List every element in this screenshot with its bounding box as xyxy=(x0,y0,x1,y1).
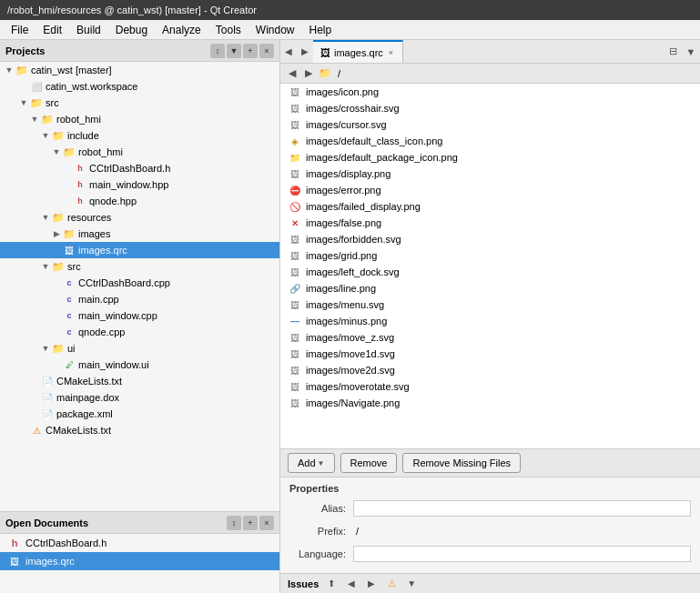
tree-item-qnode-cpp[interactable]: c qnode.cpp xyxy=(0,324,279,340)
issues-filter-btn[interactable]: ▼ xyxy=(404,577,419,591)
tab-images-qrc[interactable]: 🖼 images.qrc × xyxy=(313,40,403,63)
tree-item-catin-wst[interactable]: ▼ 📁 catin_wst [master] xyxy=(0,62,279,78)
expand-include[interactable]: ▼ xyxy=(40,131,51,140)
menu-file[interactable]: File xyxy=(4,22,36,38)
properties-title: Properties xyxy=(289,483,691,494)
tree-label: catin_wst [master] xyxy=(31,65,112,75)
file-item[interactable]: 🖼 images/menu.svg xyxy=(280,296,700,313)
tree-item-main-window-cpp[interactable]: c main_window.cpp xyxy=(0,307,279,324)
issues-prev-btn[interactable]: ◀ xyxy=(344,577,359,591)
add-panel-icon[interactable]: + xyxy=(243,44,258,58)
tab-menu-btn[interactable]: ▼ xyxy=(682,40,700,63)
file-item[interactable]: 🚫 images/failed_display.png xyxy=(280,198,700,215)
menu-build[interactable]: Build xyxy=(69,22,108,38)
file-item[interactable]: 🖼 images/crosshair.svg xyxy=(280,100,700,116)
tree-item-main-window-ui[interactable]: 🖊 main_window.ui xyxy=(0,357,279,373)
tree-item-robot-hmi-inc[interactable]: ▼ 📁 robot_hmi xyxy=(0,144,279,160)
file-item[interactable]: 🖼 images/moverotate.svg xyxy=(280,378,700,395)
expand-images[interactable]: ▶ xyxy=(51,229,62,238)
tree-item-ui[interactable]: ▼ 📁 ui xyxy=(0,340,279,357)
menu-debug[interactable]: Debug xyxy=(108,22,155,38)
issues-next-btn[interactable]: ▶ xyxy=(364,577,379,591)
menu-analyze[interactable]: Analyze xyxy=(155,22,208,38)
add-button[interactable]: Add ▼ xyxy=(288,453,335,473)
file-item[interactable]: 🖼 images/Navigate.png xyxy=(280,395,700,411)
tab-split-btn[interactable]: ⊟ xyxy=(664,40,682,63)
remove-button[interactable]: Remove xyxy=(340,453,398,473)
expand-robot-hmi-inc[interactable]: ▼ xyxy=(51,147,62,156)
file-item[interactable]: 🖼 images/move_z.svg xyxy=(280,329,700,346)
file-item[interactable]: ◈ images/default_class_icon.png xyxy=(280,133,700,149)
tab-nav-left[interactable]: ◀ xyxy=(280,40,297,63)
sync-icon[interactable]: ↕ xyxy=(210,44,225,58)
file-item[interactable]: 🖼 images/move2d.svg xyxy=(280,362,700,378)
add-doc-icon[interactable]: + xyxy=(243,516,258,530)
tab-close-btn[interactable]: × xyxy=(387,48,395,57)
file-item[interactable]: ✕ images/false.png xyxy=(280,215,700,231)
tree-item-cmake-root[interactable]: ⚠ CMakeLists.txt xyxy=(0,422,279,438)
projects-header: Projects ↕ ▼ + × xyxy=(0,40,279,62)
tree-item-resources[interactable]: ▼ 📁 resources xyxy=(0,209,279,226)
file-item[interactable]: — images/minus.png xyxy=(280,313,700,329)
res-nav-left[interactable]: ◀ xyxy=(286,67,299,79)
file-item[interactable]: ⛔ images/error.png xyxy=(280,182,700,198)
folder-icon: 📁 xyxy=(62,146,76,158)
tree-item-robot-hmi[interactable]: ▼ 📁 robot_hmi xyxy=(0,111,279,127)
tree-item-cmake-robot[interactable]: 📄 CMakeLists.txt xyxy=(0,373,279,389)
alias-input[interactable] xyxy=(353,500,691,517)
menu-edit[interactable]: Edit xyxy=(36,22,69,38)
expand-ui[interactable]: ▼ xyxy=(40,344,51,353)
tree-item-include[interactable]: ▼ 📁 include xyxy=(0,127,279,144)
tree-label: resources xyxy=(67,212,111,223)
tree-item-images-qrc[interactable]: 🖼 images.qrc xyxy=(0,242,279,258)
tree-item-package-xml[interactable]: 📄 package.xml xyxy=(0,406,279,422)
tree-item-cctrl-h[interactable]: h CCtrlDashBoard.h xyxy=(0,160,279,176)
file-item[interactable]: 🖼 images/move1d.svg xyxy=(280,346,700,362)
image-icon: 🖼 xyxy=(288,169,302,179)
file-item[interactable]: 📁 images/default_package_icon.png xyxy=(280,149,700,166)
project-tree[interactable]: ▼ 📁 catin_wst [master] ⬜ catin_wst.works… xyxy=(0,62,279,511)
sort-icon[interactable]: ↕ xyxy=(227,516,241,530)
tree-item-main-window-hpp[interactable]: h main_window.hpp xyxy=(0,176,279,193)
file-item[interactable]: 🖼 images/cursor.svg xyxy=(280,116,700,133)
menu-help[interactable]: Help xyxy=(302,22,340,38)
close-doc-icon[interactable]: × xyxy=(259,516,274,530)
expand-src[interactable]: ▼ xyxy=(18,98,29,107)
res-nav-right[interactable]: ▶ xyxy=(302,67,315,79)
filter-icon[interactable]: ▼ xyxy=(227,44,241,58)
tree-item-src-root[interactable]: ▼ 📁 src xyxy=(0,95,279,111)
right-panel: ◀ ▶ 🖼 images.qrc × ⊟ ▼ ◀ ▶ 📁 / 🖼 images/… xyxy=(280,40,700,593)
tree-item-qnode-hpp[interactable]: h qnode.hpp xyxy=(0,193,279,209)
file-item[interactable]: 🖼 images/display.png xyxy=(280,166,700,182)
file-item[interactable]: 🖼 images/left_dock.svg xyxy=(280,264,700,280)
remove-missing-button[interactable]: Remove Missing Files xyxy=(402,453,521,473)
open-doc-images-qrc[interactable]: 🖼 images.qrc xyxy=(0,552,279,570)
tab-nav-right[interactable]: ▶ xyxy=(297,40,313,63)
menu-tools[interactable]: Tools xyxy=(208,22,249,38)
issues-warning-btn[interactable]: ⚠ xyxy=(384,577,399,591)
tree-item-images-folder[interactable]: ▶ 📁 images xyxy=(0,226,279,242)
file-item[interactable]: 🖼 images/grid.png xyxy=(280,247,700,264)
expand-src-sub[interactable]: ▼ xyxy=(40,262,51,271)
close-panel-icon[interactable]: × xyxy=(259,44,274,58)
menu-window[interactable]: Window xyxy=(249,22,302,38)
open-doc-cctrl[interactable]: h CCtrlDashBoard.h xyxy=(0,534,279,552)
tree-item-mainpage-dox[interactable]: 📄 mainpage.dox xyxy=(0,389,279,406)
tree-item-workspace[interactable]: ⬜ catin_wst.workspace xyxy=(0,78,279,95)
tree-item-main-cpp[interactable]: c main.cpp xyxy=(0,291,279,307)
file-item[interactable]: 🔗 images/line.png xyxy=(280,280,700,296)
language-input[interactable] xyxy=(353,546,691,562)
expand-robot-hmi[interactable]: ▼ xyxy=(29,115,40,124)
file-item[interactable]: 🖼 images/forbidden.svg xyxy=(280,231,700,247)
tree-item-cctrl-cpp[interactable]: c CCtrlDashBoard.cpp xyxy=(0,275,279,291)
expand-resources[interactable]: ▼ xyxy=(40,213,51,222)
expand-catin-wst[interactable]: ▼ xyxy=(4,65,15,75)
tree-item-src-sub[interactable]: ▼ 📁 src xyxy=(0,258,279,275)
folder-icon: 📁 xyxy=(51,130,66,142)
image-icon: 🖼 xyxy=(288,398,302,408)
file-item[interactable]: 🖼 images/icon.png xyxy=(280,84,700,100)
tree-label: CCtrlDashBoard.h xyxy=(89,163,170,174)
language-label: Language: xyxy=(289,548,353,559)
file-list[interactable]: 🖼 images/icon.png 🖼 images/crosshair.svg… xyxy=(280,84,700,448)
issues-upload-btn[interactable]: ⬆ xyxy=(324,577,339,591)
